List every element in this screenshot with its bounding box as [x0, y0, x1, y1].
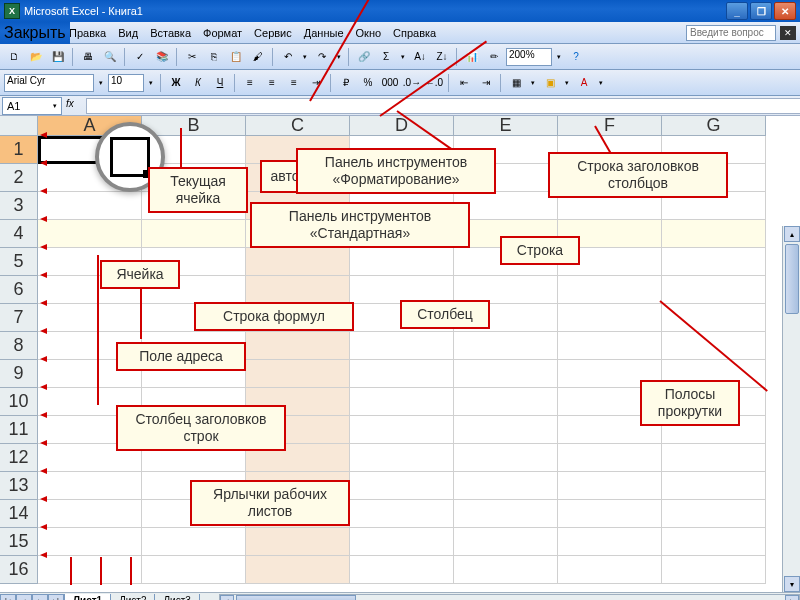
zoom-dropdown[interactable]: ▾ — [554, 53, 564, 61]
row-header-1[interactable]: 1 — [0, 136, 38, 164]
cut-icon[interactable]: ✂ — [182, 47, 202, 67]
cell-E11[interactable] — [454, 416, 558, 444]
minimize-button[interactable]: _ — [726, 2, 748, 20]
cell-B16[interactable] — [142, 556, 246, 584]
cell-A4[interactable] — [38, 220, 142, 248]
cell-B15[interactable] — [142, 528, 246, 556]
scroll-up-button[interactable]: ▴ — [784, 226, 800, 242]
menu-data[interactable]: Данные — [298, 25, 350, 41]
sheet-tab-3[interactable]: Лист3 — [154, 594, 199, 601]
sheet-tab-2[interactable]: Лист2 — [110, 594, 155, 601]
hyperlink-icon[interactable]: 🔗 — [354, 47, 374, 67]
undo-icon[interactable]: ↶ — [278, 47, 298, 67]
vertical-scrollbar[interactable]: ▴ ▾ — [782, 226, 800, 592]
comma-icon[interactable]: 000 — [380, 73, 400, 93]
percent-icon[interactable]: % — [358, 73, 378, 93]
cell-G14[interactable] — [662, 500, 766, 528]
cell-A7[interactable] — [38, 304, 142, 332]
cell-F14[interactable] — [558, 500, 662, 528]
close-button[interactable]: ✕ — [774, 2, 796, 20]
sheet-tab-1[interactable]: Лист1 — [64, 594, 111, 601]
row-header-2[interactable]: 2 — [0, 164, 38, 192]
column-header-E[interactable]: E — [454, 116, 558, 136]
help-icon[interactable]: ? — [566, 47, 586, 67]
cell-C5[interactable] — [246, 248, 350, 276]
spelling-icon[interactable]: ✓ — [130, 47, 150, 67]
save-icon[interactable]: 💾 — [48, 47, 68, 67]
cell-F13[interactable] — [558, 472, 662, 500]
borders-icon[interactable]: ▦ — [506, 73, 526, 93]
copy-icon[interactable]: ⎘ — [204, 47, 224, 67]
cell-F8[interactable] — [558, 332, 662, 360]
font-name-select[interactable]: Arial Cyr — [4, 74, 94, 92]
cell-E14[interactable] — [454, 500, 558, 528]
cell-G16[interactable] — [662, 556, 766, 584]
maximize-button[interactable]: ❐ — [750, 2, 772, 20]
row-header-4[interactable]: 4 — [0, 220, 38, 248]
align-left-icon[interactable]: ≡ — [240, 73, 260, 93]
cell-E15[interactable] — [454, 528, 558, 556]
close-workbook-button[interactable]: ✕ — [780, 26, 796, 40]
row-header-8[interactable]: 8 — [0, 332, 38, 360]
cell-D14[interactable] — [350, 500, 454, 528]
zoom-select[interactable]: 200% — [506, 48, 552, 66]
fontcolor-dropdown[interactable]: ▾ — [596, 79, 606, 87]
cell-A16[interactable] — [38, 556, 142, 584]
row-header-16[interactable]: 16 — [0, 556, 38, 584]
sort-asc-icon[interactable]: A↓ — [410, 47, 430, 67]
cell-F15[interactable] — [558, 528, 662, 556]
cell-E8[interactable] — [454, 332, 558, 360]
row-header-15[interactable]: 15 — [0, 528, 38, 556]
cell-G4[interactable] — [662, 220, 766, 248]
cell-F12[interactable] — [558, 444, 662, 472]
paste-icon[interactable]: 📋 — [226, 47, 246, 67]
font-color-icon[interactable]: A — [574, 73, 594, 93]
cell-E16[interactable] — [454, 556, 558, 584]
row-header-13[interactable]: 13 — [0, 472, 38, 500]
cell-E9[interactable] — [454, 360, 558, 388]
first-sheet-button[interactable]: |◂ — [0, 594, 16, 601]
autosum-icon[interactable]: Σ — [376, 47, 396, 67]
cell-D8[interactable] — [350, 332, 454, 360]
menu-view[interactable]: Вид — [112, 25, 144, 41]
cell-E12[interactable] — [454, 444, 558, 472]
cell-A14[interactable] — [38, 500, 142, 528]
vscroll-thumb[interactable] — [785, 244, 799, 314]
cell-C16[interactable] — [246, 556, 350, 584]
increase-indent-icon[interactable]: ⇥ — [476, 73, 496, 93]
open-icon[interactable]: 📂 — [26, 47, 46, 67]
cell-C8[interactable] — [246, 332, 350, 360]
cell-D15[interactable] — [350, 528, 454, 556]
last-sheet-button[interactable]: ▸| — [48, 594, 64, 601]
cell-D12[interactable] — [350, 444, 454, 472]
new-icon[interactable]: 🗋 — [4, 47, 24, 67]
row-header-6[interactable]: 6 — [0, 276, 38, 304]
fill-dropdown[interactable]: ▾ — [562, 79, 572, 87]
column-header-B[interactable]: B — [142, 116, 246, 136]
cell-A15[interactable] — [38, 528, 142, 556]
borders-dropdown[interactable]: ▾ — [528, 79, 538, 87]
drawing-icon[interactable]: ✏ — [484, 47, 504, 67]
cell-F16[interactable] — [558, 556, 662, 584]
scroll-down-button[interactable]: ▾ — [784, 576, 800, 592]
sort-desc-icon[interactable]: Z↓ — [432, 47, 452, 67]
next-sheet-button[interactable]: ▸ — [32, 594, 48, 601]
cell-D11[interactable] — [350, 416, 454, 444]
column-header-C[interactable]: C — [246, 116, 350, 136]
scroll-right-button[interactable]: ▸ — [785, 595, 799, 601]
cell-C6[interactable] — [246, 276, 350, 304]
font-name-dropdown[interactable]: ▾ — [96, 79, 106, 87]
name-box-dropdown-icon[interactable]: ▾ — [53, 102, 57, 110]
menu-window[interactable]: Окно — [350, 25, 388, 41]
cell-D9[interactable] — [350, 360, 454, 388]
cell-G5[interactable] — [662, 248, 766, 276]
autosum-dropdown[interactable]: ▾ — [398, 53, 408, 61]
menu-format[interactable]: Формат — [197, 25, 248, 41]
row-header-12[interactable]: 12 — [0, 444, 38, 472]
cell-A3[interactable] — [38, 192, 142, 220]
font-size-select[interactable]: 10 — [108, 74, 144, 92]
print-preview-icon[interactable]: 🔍 — [100, 47, 120, 67]
scroll-left-button[interactable]: ◂ — [220, 595, 234, 601]
cell-F6[interactable] — [558, 276, 662, 304]
decrease-indent-icon[interactable]: ⇤ — [454, 73, 474, 93]
